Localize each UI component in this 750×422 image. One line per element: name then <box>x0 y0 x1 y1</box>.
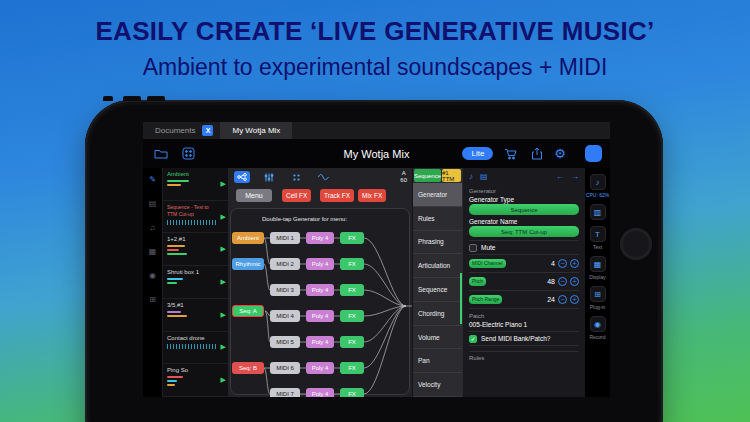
fx-node[interactable]: FX <box>340 362 364 374</box>
lite-badge-button[interactable]: Lite <box>462 147 493 160</box>
note-rail-icon[interactable]: ♪ <box>590 174 606 190</box>
play-icon[interactable]: ▶ <box>221 376 226 384</box>
play-icon[interactable]: ▶ <box>221 278 226 286</box>
rows-icon[interactable]: ▤ <box>480 172 488 181</box>
midi-channel-increment-button[interactable]: + <box>570 259 579 268</box>
text-rail-icon[interactable]: T <box>590 226 606 242</box>
play-icon[interactable]: ▶ <box>221 311 226 319</box>
section-generator-label: Generator <box>469 188 579 194</box>
send-midi-checkbox[interactable]: ✓ <box>469 335 477 343</box>
track-row[interactable]: Ambient ▶ <box>163 168 228 201</box>
folder-icon[interactable] <box>151 145 171 162</box>
midi-node[interactable]: MIDI 2 <box>270 258 300 270</box>
poly-node[interactable]: Poly 4 <box>306 336 334 348</box>
scrollbar[interactable] <box>460 273 462 324</box>
category-phrasing[interactable]: Phrasing <box>413 231 462 255</box>
play-icon[interactable]: ▶ <box>221 213 226 221</box>
tab-my-wotja-mix[interactable]: My Wotja Mix <box>220 122 292 139</box>
track-row[interactable]: Sequence - Text to TTM Cut-up ▶ <box>163 201 228 234</box>
tab-sequence[interactable]: Sequence <box>414 169 441 182</box>
store-cart-icon[interactable] <box>500 145 520 162</box>
midi-channel-badge: MIDI Channel <box>469 259 506 268</box>
track-row[interactable]: 3/5,#1 ▶ <box>163 299 228 332</box>
midi-node[interactable]: MIDI 5 <box>270 336 300 348</box>
grid-view-icon[interactable]: ▦ <box>149 247 157 256</box>
list-view-icon[interactable]: ▤ <box>149 199 157 208</box>
poly-node[interactable]: Poly 4 <box>306 232 334 244</box>
record-dot-icon[interactable]: ◉ <box>149 271 156 280</box>
generator-name-dropdown[interactable]: Seq: TTM Cut-up <box>469 226 579 237</box>
track-row[interactable]: 1+2,#1 ▶ <box>163 233 228 266</box>
close-tab-icon[interactable]: X <box>202 125 213 136</box>
fx-node[interactable]: FX <box>340 284 364 296</box>
pitch-value: 48 <box>547 278 555 285</box>
midi-node[interactable]: MIDI 1 <box>270 232 300 244</box>
play-icon[interactable]: ▶ <box>221 180 226 188</box>
share-icon[interactable] <box>527 145 547 162</box>
midi-node[interactable]: MIDI 4 <box>270 310 300 322</box>
patch-value[interactable]: 005-Electric Piano 1 <box>469 321 579 328</box>
play-icon[interactable]: ▶ <box>221 343 226 351</box>
display-rail-icon[interactable]: ▦ <box>590 256 606 272</box>
category-chording[interactable]: Chording <box>413 302 462 326</box>
note-icon[interactable]: ♪ <box>469 172 473 181</box>
category-sequence[interactable]: Sequence <box>413 278 462 302</box>
edit-pencil-icon[interactable]: ✎ <box>149 175 156 184</box>
add-cell-icon[interactable]: ⊞ <box>149 295 156 304</box>
fx-node[interactable]: FX <box>340 336 364 348</box>
music-notes-icon[interactable]: ♫ <box>150 223 156 232</box>
generator-type-dropdown[interactable]: Sequence <box>469 204 579 215</box>
pitch-increment-button[interactable]: + <box>570 277 579 286</box>
app-screen: Documents X My Wotja Mix My Wotja Mix <box>143 122 610 397</box>
poly-node[interactable]: Poly 4 <box>306 258 334 270</box>
pitch-badge: Pitch <box>469 277 486 286</box>
panel-rail-icon[interactable]: ▥ <box>590 204 606 220</box>
record-rail-icon[interactable]: ◉ <box>590 316 606 332</box>
midi-channel-decrement-button[interactable]: − <box>558 259 567 268</box>
category-generator[interactable]: Generator <box>413 183 462 207</box>
settings-header: ♪ ▤ ← → <box>469 168 579 184</box>
pitch-range-decrement-button[interactable]: − <box>558 295 567 304</box>
phone-mockup: Documents X My Wotja Mix My Wotja Mix <box>85 100 663 422</box>
category-volume[interactable]: Volume <box>413 326 462 350</box>
poly-node[interactable]: Poly 4 <box>306 284 334 296</box>
track-row[interactable]: Contact drone ▶ <box>163 332 228 365</box>
fx-node[interactable]: FX <box>340 232 364 244</box>
dice-icon[interactable] <box>178 145 198 162</box>
category-pan[interactable]: Pan <box>413 349 462 373</box>
fx-node[interactable]: FX <box>340 310 364 322</box>
generator-node-selected[interactable]: Seq: A <box>232 305 264 317</box>
fx-node[interactable]: FX <box>340 388 364 397</box>
generator-node[interactable]: Rhythmic <box>232 258 264 270</box>
undo-arrow-icon[interactable]: ← <box>556 172 564 181</box>
midi-node[interactable]: MIDI 6 <box>270 362 300 374</box>
play-icon[interactable]: ▶ <box>221 245 226 253</box>
plugin-rail-icon[interactable]: ⊞ <box>590 286 606 302</box>
pitch-decrement-button[interactable]: − <box>558 277 567 286</box>
midi-node[interactable]: MIDI 7 <box>270 388 300 397</box>
category-velocity[interactable]: Velocity <box>413 373 462 397</box>
generator-node[interactable]: Seq: B <box>232 362 264 374</box>
tab-ttm[interactable]: #1 TTM <box>442 169 461 182</box>
track-row[interactable]: Ping So ▶ <box>163 364 228 397</box>
mixer-view-button[interactable] <box>585 145 602 162</box>
poly-node[interactable]: Poly 4 <box>306 362 334 374</box>
generator-node[interactable]: Ambient <box>232 232 264 244</box>
poly-node[interactable]: Poly 4 <box>306 388 334 397</box>
settings-gear-icon[interactable]: ⚙ <box>554 147 566 160</box>
track-row[interactable]: Shruti box 1 ▶ <box>163 266 228 299</box>
pitch-range-increment-button[interactable]: + <box>570 295 579 304</box>
track-name: Contact drone <box>167 335 218 342</box>
redo-arrow-icon[interactable]: → <box>571 172 579 181</box>
category-articulation[interactable]: Articulation <box>413 254 462 278</box>
generator-node-graph: A 60 Menu Cell FX Track FX Mix FX Double… <box>228 168 412 397</box>
tab-documents[interactable]: Documents <box>155 126 195 135</box>
volume-down-button <box>147 96 165 101</box>
category-rules[interactable]: Rules <box>413 207 462 231</box>
poly-node[interactable]: Poly 4 <box>306 310 334 322</box>
midi-node[interactable]: MIDI 3 <box>270 284 300 296</box>
mute-checkbox[interactable] <box>469 244 477 252</box>
track-list: Ambient ▶ Sequence - Text to TTM Cut-up … <box>162 168 228 397</box>
generator-settings-panel: ♪ ▤ ← → Generator Generator Type Sequenc… <box>462 168 585 397</box>
fx-node[interactable]: FX <box>340 258 364 270</box>
